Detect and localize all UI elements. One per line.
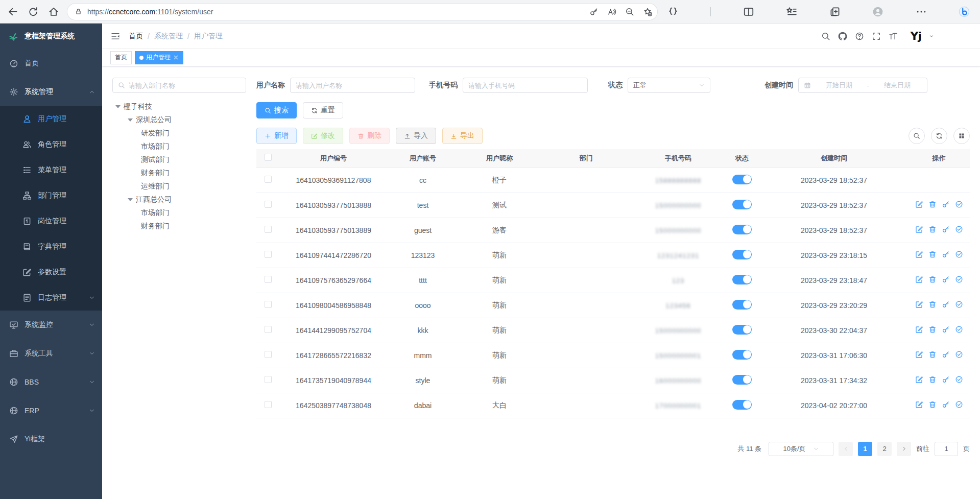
dept-search-input[interactable] <box>129 82 241 89</box>
collections-icon[interactable] <box>829 6 841 17</box>
breadcrumb-home[interactable]: 首页 <box>129 32 143 41</box>
delete-row-icon[interactable] <box>928 400 937 409</box>
close-tab-icon[interactable] <box>173 55 179 60</box>
edit-row-icon[interactable] <box>915 400 923 409</box>
lock-icon[interactable] <box>75 8 82 15</box>
tab-user-mgmt[interactable]: 用户管理 <box>135 51 183 64</box>
help-icon[interactable] <box>855 32 864 41</box>
row-checkbox[interactable] <box>265 276 272 283</box>
font-size-icon[interactable] <box>889 32 898 41</box>
sidebar-item-home[interactable]: 首页 <box>0 49 102 78</box>
sidebar-item-param-settings[interactable]: 参数设置 <box>0 259 102 285</box>
row-checkbox[interactable] <box>265 251 272 258</box>
reset-password-icon[interactable] <box>942 400 950 409</box>
search-button[interactable]: 搜索 <box>256 102 297 118</box>
page-button-1[interactable]: 1 <box>858 442 872 456</box>
reset-password-icon[interactable] <box>942 250 950 258</box>
more-menu-icon[interactable] <box>916 6 927 17</box>
tree-node[interactable]: 江西总公司 <box>112 193 246 206</box>
edit-row-icon[interactable] <box>915 375 923 384</box>
sidebar-item-log-mgmt[interactable]: 日志管理 <box>0 285 102 311</box>
reset-password-icon[interactable] <box>942 200 950 208</box>
add-button[interactable]: 新增 <box>256 128 297 144</box>
edit-row-icon[interactable] <box>915 325 923 334</box>
delete-row-icon[interactable] <box>928 200 937 208</box>
edit-row-icon[interactable] <box>915 200 923 208</box>
assign-role-icon[interactable] <box>955 375 963 384</box>
import-button[interactable]: 导入 <box>396 128 436 144</box>
page-size-select[interactable]: 10条/页 <box>769 442 833 456</box>
delete-row-icon[interactable] <box>928 375 937 384</box>
sidebar-item-user-mgmt[interactable]: 用户管理 <box>0 106 102 132</box>
read-aloud-icon[interactable] <box>607 7 616 16</box>
reset-password-icon[interactable] <box>942 325 950 334</box>
row-checkbox[interactable] <box>265 226 272 233</box>
delete-row-icon[interactable] <box>928 350 937 359</box>
tree-node[interactable]: 运维部门 <box>112 180 246 193</box>
caret-icon[interactable] <box>128 198 133 201</box>
add-favorite-icon[interactable] <box>643 7 652 16</box>
page-button-2[interactable]: 2 <box>877 442 892 456</box>
row-checkbox[interactable] <box>265 376 272 383</box>
next-page-button[interactable] <box>897 442 911 456</box>
username-input[interactable] <box>296 82 410 89</box>
sidebar-item-system-admin[interactable]: 系统管理 <box>0 78 102 106</box>
refresh-icon[interactable] <box>28 6 39 17</box>
show-search-toggle-button[interactable] <box>909 128 925 144</box>
caret-icon[interactable] <box>128 118 133 122</box>
sidebar-item-menu-mgmt[interactable]: 菜单管理 <box>0 157 102 183</box>
sidebar-item-bbs[interactable]: BBS <box>0 368 102 396</box>
reset-password-icon[interactable] <box>942 375 950 384</box>
caret-icon[interactable] <box>115 105 121 108</box>
tree-node[interactable]: 测试部门 <box>112 153 246 167</box>
reset-password-icon[interactable] <box>942 300 950 308</box>
edit-row-icon[interactable] <box>915 225 923 233</box>
delete-row-icon[interactable] <box>928 225 937 233</box>
reset-password-icon[interactable] <box>942 275 950 283</box>
export-button[interactable]: 导出 <box>442 128 483 144</box>
reset-password-icon[interactable] <box>942 350 950 359</box>
profile-avatar[interactable] <box>872 6 883 17</box>
status-toggle[interactable] <box>732 225 752 234</box>
assign-role-icon[interactable] <box>955 300 963 308</box>
edit-row-icon[interactable] <box>915 250 923 258</box>
prev-page-button[interactable] <box>839 442 853 456</box>
reset-password-icon[interactable] <box>942 225 950 233</box>
extensions-icon[interactable] <box>667 6 679 17</box>
status-select[interactable]: 正常 <box>628 78 710 93</box>
assign-role-icon[interactable] <box>955 250 963 258</box>
tab-home[interactable]: 首页 <box>110 51 132 64</box>
assign-role-icon[interactable] <box>955 225 963 233</box>
status-toggle[interactable] <box>732 350 752 360</box>
status-toggle[interactable] <box>732 250 752 259</box>
favorites-bar-icon[interactable] <box>786 6 797 17</box>
goto-page-input[interactable] <box>935 442 958 456</box>
row-checkbox[interactable] <box>265 401 272 408</box>
row-checkbox[interactable] <box>265 176 272 183</box>
assign-role-icon[interactable] <box>955 325 963 334</box>
column-settings-button[interactable] <box>953 128 970 144</box>
tree-node[interactable]: 市场部门 <box>112 206 246 220</box>
tree-node[interactable]: 市场部门 <box>112 140 246 153</box>
row-checkbox[interactable] <box>265 201 272 208</box>
sidebar-item-role-mgmt[interactable]: 角色管理 <box>0 132 102 157</box>
status-toggle[interactable] <box>732 325 752 335</box>
status-toggle[interactable] <box>732 400 752 410</box>
split-screen-icon[interactable] <box>743 6 754 17</box>
edit-button[interactable]: 修改 <box>303 128 343 144</box>
assign-role-icon[interactable] <box>955 200 963 208</box>
user-avatar-logo[interactable]: Yj <box>911 30 921 42</box>
phone-input[interactable] <box>468 82 582 89</box>
row-checkbox[interactable] <box>265 351 272 358</box>
avatar-caret-icon[interactable] <box>929 34 934 39</box>
sidebar-item-dict-mgmt[interactable]: 字典管理 <box>0 234 102 259</box>
reset-button[interactable]: 重置 <box>303 102 343 118</box>
tree-node[interactable]: 财务部门 <box>112 167 246 180</box>
status-toggle[interactable] <box>732 275 752 284</box>
sidebar-toggle-icon[interactable] <box>110 31 121 41</box>
tree-node[interactable]: 橙子科技 <box>112 100 246 113</box>
url-text[interactable]: https://ccnetcore.com:1101/system/user <box>87 8 589 16</box>
delete-row-icon[interactable] <box>928 300 937 308</box>
home-icon[interactable] <box>48 6 59 17</box>
edit-row-icon[interactable] <box>915 275 923 283</box>
